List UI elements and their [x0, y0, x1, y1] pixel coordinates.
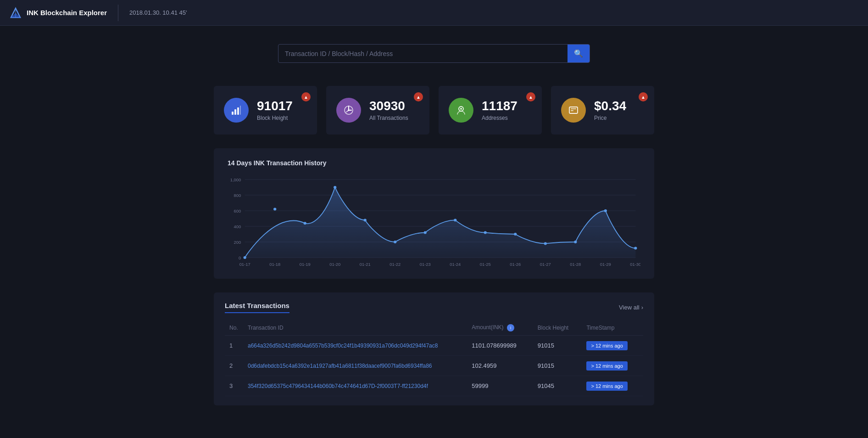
svg-rect-13	[571, 110, 573, 111]
block-height-value: 91017	[257, 99, 293, 113]
tx-row-block-height: 91015	[533, 356, 582, 376]
main-content: 🔍 91017 Block Height ▲	[205, 26, 663, 415]
stat-card-price: $0.34 Price ▲	[551, 86, 654, 135]
tx-row-no: 1	[225, 336, 243, 356]
svg-text:01-29: 01-29	[600, 262, 611, 267]
col-amount: Amount(INK) i	[467, 320, 533, 336]
svg-point-8	[348, 109, 350, 111]
svg-point-34	[484, 231, 487, 234]
trend-up-icon: ▲	[416, 95, 421, 100]
svg-text:01-23: 01-23	[420, 262, 431, 267]
svg-point-36	[544, 242, 547, 245]
chevron-right-icon: ›	[641, 304, 643, 311]
svg-rect-12	[571, 108, 576, 109]
svg-text:01-17: 01-17	[239, 262, 250, 267]
chart-section: 14 Days INK Transaction History 1,000 80…	[214, 148, 654, 279]
ink-logo-icon	[9, 6, 22, 19]
svg-text:0: 0	[239, 256, 241, 260]
block-height-info: 91017 Block Height	[257, 99, 293, 122]
svg-rect-3	[232, 112, 234, 115]
svg-point-30	[364, 219, 367, 221]
svg-text:400: 400	[234, 225, 241, 229]
view-all-link[interactable]: View all ›	[619, 304, 643, 311]
tx-row-no: 2	[225, 356, 243, 376]
transactions-label: All Transactions	[369, 115, 408, 121]
svg-text:01-21: 01-21	[360, 262, 371, 267]
svg-point-32	[424, 231, 427, 234]
svg-point-31	[394, 241, 396, 243]
table-row: 1 a664a326d5b242d9804a6557b539cf0c24f1b4…	[225, 336, 643, 356]
header-timestamp: 2018.01.30. 10.41 45'	[129, 9, 187, 16]
chart-container: 1,000 800 600 400 200 0	[228, 176, 640, 268]
svg-point-38	[604, 209, 607, 212]
tx-row-timestamp: > 12 mins ago	[582, 356, 643, 376]
search-wrapper: 🔍	[214, 44, 654, 63]
svg-text:01-24: 01-24	[450, 262, 461, 267]
svg-text:01-22: 01-22	[389, 262, 401, 267]
transactions-icon	[336, 98, 361, 123]
svg-text:600: 600	[234, 209, 241, 213]
chart-svg: 1,000 800 600 400 200 0	[228, 176, 640, 268]
transactions-info: 30930 All Transactions	[369, 99, 408, 122]
svg-text:01-25: 01-25	[480, 262, 491, 267]
block-height-icon	[224, 98, 249, 123]
svg-rect-5	[237, 107, 239, 115]
addresses-trend: ▲	[526, 92, 535, 101]
svg-text:01-27: 01-27	[540, 262, 551, 267]
svg-rect-6	[240, 106, 241, 115]
block-height-trend: ▲	[301, 92, 311, 101]
tx-row-id[interactable]: a664a326d5b242d9804a6557b539cf0c24f1b493…	[243, 336, 467, 356]
trend-up-icon: ▲	[304, 95, 308, 100]
col-txid: Transaction ID	[243, 320, 467, 336]
svg-point-26	[244, 256, 246, 259]
addresses-icon	[449, 98, 473, 123]
search-button[interactable]: 🔍	[568, 45, 590, 62]
svg-point-35	[514, 233, 517, 236]
timestamp-badge: > 12 mins ago	[586, 361, 627, 371]
tx-row-id[interactable]: 354f320d65375c4796434144b060b74c474641d6…	[243, 376, 467, 396]
transactions-value: 30930	[369, 99, 408, 113]
stats-row: 91017 Block Height ▲ 30930 All Transacti…	[214, 86, 654, 135]
svg-rect-11	[569, 107, 578, 113]
tx-row-amount: 102.4959	[467, 356, 533, 376]
transactions-table: No. Transaction ID Amount(INK) i Block H…	[225, 320, 643, 396]
svg-point-29	[334, 186, 336, 189]
svg-text:01-28: 01-28	[570, 262, 581, 267]
search-input[interactable]	[278, 45, 568, 62]
stat-card-block-height: 91017 Block Height ▲	[214, 86, 317, 135]
transactions-header: Latest Transactions View all ›	[225, 302, 643, 313]
tx-row-timestamp: > 12 mins ago	[582, 336, 643, 356]
timestamp-badge: > 12 mins ago	[586, 382, 627, 391]
table-body: 1 a664a326d5b242d9804a6557b539cf0c24f1b4…	[225, 336, 643, 396]
svg-text:01-20: 01-20	[329, 262, 340, 267]
svg-rect-4	[234, 109, 236, 115]
tx-row-id[interactable]: 0d6dafebdcb15c4a6392e1a1927afb41a6811f38…	[243, 356, 467, 376]
tx-row-block-height: 91045	[533, 376, 582, 396]
search-box: 🔍	[278, 44, 590, 63]
tx-row-timestamp: > 12 mins ago	[582, 376, 643, 396]
price-icon	[561, 98, 586, 123]
trend-up-icon: ▲	[529, 95, 533, 100]
search-icon: 🔍	[574, 49, 583, 58]
transactions-trend: ▲	[414, 92, 423, 101]
addresses-value: 11187	[482, 99, 517, 113]
table-row: 3 354f320d65375c4796434144b060b74c474641…	[225, 376, 643, 396]
stat-card-transactions: 30930 All Transactions ▲	[326, 86, 429, 135]
chart-title: 14 Days INK Transaction History	[228, 159, 640, 167]
svg-text:01-18: 01-18	[269, 262, 280, 267]
svg-point-27	[273, 208, 276, 211]
block-height-label: Block Height	[257, 115, 293, 121]
app-header: INK Blockchain Explorer 2018.01.30. 10.4…	[0, 0, 868, 26]
col-no: No.	[225, 320, 243, 336]
tx-row-amount: 59999	[467, 376, 533, 396]
ink-icon: i	[507, 324, 514, 331]
svg-text:800: 800	[234, 193, 241, 198]
app-name: INK Blockchain Explorer	[27, 9, 107, 17]
svg-point-37	[574, 241, 577, 243]
svg-text:01-19: 01-19	[300, 262, 311, 267]
col-block-height: Block Height	[533, 320, 582, 336]
price-value: $0.34	[594, 99, 626, 113]
svg-text:01-26: 01-26	[510, 262, 521, 267]
timestamp-badge: > 12 mins ago	[586, 341, 627, 350]
transactions-section: Latest Transactions View all › No. Trans…	[214, 292, 654, 405]
